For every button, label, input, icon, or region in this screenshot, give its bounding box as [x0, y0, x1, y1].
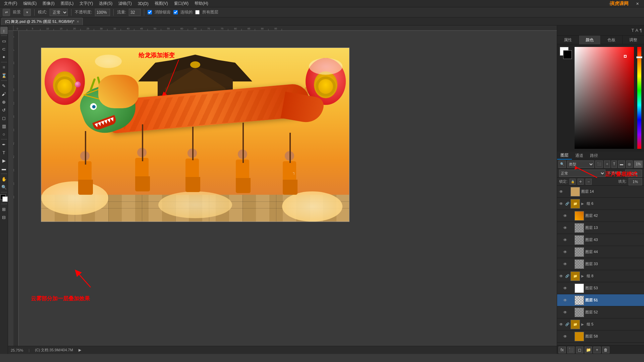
menu-select[interactable]: 选择(S) — [96, 0, 115, 7]
tool-spot-heal[interactable]: ✎ — [0, 82, 8, 89]
canvas-viewport[interactable]: 给龙添加渐变 云雾部分加一层叠加效果 — [24, 31, 557, 346]
tool-hand[interactable]: ✋ — [0, 175, 8, 183]
smooth-checkbox[interactable] — [148, 10, 152, 14]
layer-eye-58[interactable]: 👁 — [562, 334, 568, 339]
layer-item-43[interactable]: 👁 图层 43 — [557, 234, 644, 246]
tab-close-button[interactable]: ✕ — [76, 20, 79, 23]
layer-item-14[interactable]: 👁 图层 14 — [557, 186, 644, 198]
fg-color-swatch-rp[interactable] — [563, 50, 572, 59]
tool-move[interactable]: ↕ — [0, 27, 8, 34]
layer-item-42[interactable]: 👁 图层 42 — [557, 210, 644, 222]
close-button[interactable]: ✕ — [631, 0, 644, 7]
fill-value-input[interactable] — [629, 178, 642, 185]
layer-filter-select[interactable]: 类型 — [567, 161, 594, 168]
tool-pen[interactable]: ✒ — [0, 141, 8, 148]
canvas-tab[interactable]: (C) 舞龙.psd @ 25.7% (图层 51, RGB/8#)* ✕ — [1, 18, 83, 25]
tab-properties[interactable]: 属性 — [557, 36, 579, 44]
layer-eye-44[interactable]: 👁 — [562, 249, 568, 255]
layer-eye-42[interactable]: 👁 — [562, 213, 568, 219]
menu-edit[interactable]: 编辑(E) — [20, 0, 39, 7]
tool-type[interactable]: T — [0, 149, 8, 156]
layer-filter-icon[interactable]: 🔍 — [558, 161, 566, 168]
layer-item-51[interactable]: 👁 图层 51 — [557, 294, 644, 306]
hue-slider-handle[interactable] — [636, 56, 642, 58]
menu-filter[interactable]: 滤镜(T) — [116, 0, 134, 7]
lock-all-btn[interactable]: 🔒 — [570, 179, 576, 185]
front-icon[interactable]: ▼ — [23, 9, 31, 16]
color-gradient-box[interactable] — [575, 47, 634, 149]
tool-magic-wand[interactable]: ✦ — [0, 53, 8, 61]
layer-filter-toggle[interactable]: 1% — [634, 161, 643, 168]
tool-eraser[interactable]: ◻ — [0, 114, 8, 122]
tool-path-select[interactable]: ▶ — [0, 157, 8, 164]
menu-image[interactable]: 图像(I) — [40, 0, 57, 7]
layer-eye-group6[interactable]: 👁 — [558, 201, 564, 206]
layer-item-group6[interactable]: 👁 🔗 📁 ▶ 组 6 — [557, 198, 644, 210]
tab-swatches[interactable]: 色板 — [601, 36, 623, 44]
layer-eye-53[interactable]: 👁 — [562, 286, 568, 291]
canvas-image[interactable]: 给龙添加渐变 云雾部分加一层叠加效果 — [41, 48, 350, 222]
maximize-button[interactable]: □ — [617, 0, 631, 7]
layer-eye-14[interactable]: 👁 — [558, 189, 564, 194]
menu-3d[interactable]: 3D(D) — [135, 1, 151, 7]
menu-window[interactable]: 窗口(W) — [171, 0, 191, 7]
layer-filter-smart-btn[interactable]: ◎ — [626, 161, 633, 168]
tool-shape[interactable]: ▬ — [0, 165, 8, 172]
layer-eye-group5[interactable]: 👁 — [558, 322, 564, 327]
layer-delete-btn[interactable]: 🗑 — [602, 347, 609, 353]
layer-mask-btn[interactable]: ⬛ — [567, 347, 575, 353]
fg-color-swatch[interactable] — [0, 194, 8, 202]
tool-extra2[interactable]: ⊟ — [0, 214, 8, 221]
layer-item-53[interactable]: 👁 图层 53 — [557, 282, 644, 294]
layer-eye-43[interactable]: 👁 — [562, 237, 568, 243]
status-arrow[interactable]: ▶ — [78, 348, 81, 352]
tool-select-rect[interactable]: ▭ — [0, 37, 8, 45]
layer-eye-52[interactable]: 👁 — [562, 310, 568, 315]
layer-adj-btn[interactable]: ◻ — [576, 347, 583, 353]
lock-move-btn[interactable]: ↔ — [586, 179, 592, 185]
layer-item-52[interactable]: 👁 图层 52 — [557, 306, 644, 318]
layer-filter-type-btn[interactable]: T — [611, 161, 617, 168]
alllayers-checkbox[interactable] — [195, 10, 200, 14]
layer-item-group8[interactable]: 👁 🔗 📁 ▶ 组 8 — [557, 270, 644, 282]
lock-pixel-btn[interactable]: ✛ — [578, 179, 584, 185]
menu-help[interactable]: 帮助(H) — [192, 0, 211, 7]
layer-eye-33[interactable]: 👁 — [562, 261, 568, 267]
opacity-input[interactable] — [95, 9, 110, 16]
tool-crop[interactable]: ⌗ — [0, 64, 8, 71]
tool-clone[interactable]: ⊕ — [0, 98, 8, 106]
tool-eyedropper[interactable]: ⌛ — [0, 72, 8, 79]
layer-filter-adj-btn[interactable]: ✧ — [604, 161, 610, 168]
tab-adjustments[interactable]: 调整 — [623, 36, 644, 44]
contiguous-checkbox[interactable] — [173, 10, 178, 14]
tab-color[interactable]: 颜色 — [579, 36, 601, 44]
layer-fx-btn[interactable]: fx — [558, 347, 566, 353]
opacity-value-input[interactable]: 61% — [625, 170, 642, 177]
tool-dodge[interactable]: ○ — [0, 130, 8, 138]
tool-icon[interactable]: ⇄ — [3, 9, 10, 16]
tool-extra1[interactable]: ⊞ — [0, 205, 8, 213]
layer-eye-group8[interactable]: 👁 — [558, 274, 564, 279]
tab-layers[interactable]: 图层 — [557, 152, 572, 160]
layer-item-13[interactable]: 👁 图层 13 — [557, 222, 644, 234]
layer-new-btn[interactable]: + — [593, 347, 601, 353]
menu-text[interactable]: 文字(Y) — [77, 0, 96, 7]
tab-paths[interactable]: 路径 — [587, 152, 601, 160]
layer-list[interactable]: 👁 图层 14 👁 🔗 📁 ▶ 组 6 — [557, 186, 644, 345]
menu-file[interactable]: 文件(F) — [1, 0, 20, 7]
rp-icon-t1[interactable]: T — [631, 28, 634, 33]
layer-item-33[interactable]: 👁 图层 33 — [557, 258, 644, 270]
layer-item-44[interactable]: 👁 图层 44 — [557, 246, 644, 258]
layer-item-group5[interactable]: 👁 🔗 📁 ▶ 组 5 — [557, 318, 644, 330]
tool-brush[interactable]: 🖌 — [0, 90, 8, 98]
group8-arrow[interactable]: ▶ — [581, 274, 585, 278]
layer-eye-13[interactable]: 👁 — [562, 225, 568, 231]
flow-input[interactable] — [129, 9, 141, 16]
tool-zoom[interactable]: 🔍 — [0, 183, 8, 191]
tool-gradient[interactable]: ▥ — [0, 122, 8, 130]
menu-view[interactable]: 视图(V) — [152, 0, 171, 7]
blend-mode-select[interactable]: 正常 — [559, 170, 605, 177]
tab-channels[interactable]: 通道 — [572, 152, 587, 160]
layer-item-58[interactable]: 👁 图层 58 — [557, 330, 644, 343]
rp-icon-a[interactable]: A — [635, 28, 638, 33]
